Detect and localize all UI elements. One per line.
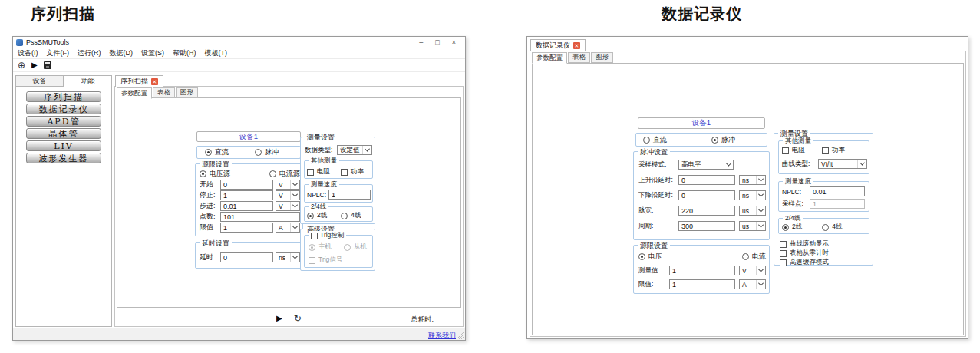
save-icon[interactable] [44,61,51,69]
power-checkbox[interactable]: 功率 [822,146,845,155]
menu-data[interactable]: 数据(D) [110,48,134,58]
radio-off-icon [269,170,276,177]
voltage-source-radio[interactable]: 电压源 [200,169,230,179]
sidebar-button-transistor[interactable]: 晶体管 [26,128,101,139]
tab-function[interactable]: 功能 [64,75,112,87]
pulse-width-input[interactable]: 220 [678,206,735,216]
group-label: 源限设置 [200,160,232,170]
sample-mode-select[interactable]: 高电平 [678,160,734,170]
menu-template[interactable]: 模板(T) [205,48,228,58]
delay-unit-select[interactable]: ns [276,252,300,262]
slave-radio[interactable]: 从机 [344,242,367,252]
wire2-radio[interactable]: 2线 [782,223,802,232]
nplc-input[interactable]: 0.01 [810,186,865,196]
start-unit-select[interactable]: V [276,180,300,190]
points-input[interactable]: 101 [220,212,300,222]
resistance-checkbox[interactable]: 电阻 [307,167,330,176]
sidebar-button-data-logger[interactable]: 数据记录仪 [26,104,101,114]
stop-unit-select[interactable]: V [276,190,300,200]
measure-value-input[interactable]: 1 [669,266,735,275]
current-radio[interactable]: 电流 [742,252,766,262]
sidebar-button-waveform-generator[interactable]: 波形发生器 [26,153,101,163]
dc-radio[interactable]: 直流 [643,135,667,145]
host-radio[interactable]: 主机 [309,242,332,252]
sidebar-button-apd[interactable]: APD管 [26,116,101,127]
add-icon[interactable]: ⊕ [18,61,25,70]
width-unit-select[interactable]: us [739,206,766,216]
menu-help[interactable]: 帮助(H) [173,48,196,58]
tab-device[interactable]: 设备 [15,75,64,87]
tab-parameter-config[interactable]: 参数配置 [532,52,567,64]
total-time-label: 总耗时: [411,315,434,325]
menu-run[interactable]: 运行(R) [78,48,101,58]
close-button[interactable]: × [452,39,456,46]
menu-device[interactable]: 设备(I) [18,48,38,58]
tab-table[interactable]: 表格 [153,87,175,98]
tab-graph[interactable]: 图形 [176,87,198,98]
doc-tab-sequence-scan[interactable]: 序列扫描 ✕ [115,75,163,87]
loop-icon[interactable]: ↻ [294,314,302,323]
pulse-radio[interactable]: 脉冲 [711,135,735,145]
resistance-checkbox[interactable]: 电阻 [782,146,805,155]
high-speed-cache-checkbox[interactable]: 高速缓存模式 [780,258,829,267]
tool-bar: ⊕ ▶ [13,58,465,72]
dc-radio[interactable]: 直流 [205,147,229,157]
limit-unit-select[interactable]: A [276,223,300,233]
menu-file[interactable]: 文件(F) [47,48,70,58]
device-1-button[interactable]: 设备1 [638,117,765,129]
limit-input[interactable]: 1 [669,279,735,289]
limit-unit-select[interactable]: A [739,279,766,289]
table-zero-time-checkbox[interactable]: 表格从零计时 [780,249,829,258]
tab-table[interactable]: 表格 [568,52,590,63]
window-title: PssSMUTools [26,38,69,46]
tab-close-icon[interactable]: ✕ [573,42,580,49]
data-type-select[interactable]: 设定值 [337,145,372,155]
stop-input[interactable]: 1 [220,190,273,200]
fall-delay-input[interactable]: 0 [678,190,735,200]
current-source-radio[interactable]: 电流源 [269,169,300,179]
pulse-radio[interactable]: 脉冲 [255,147,279,157]
chevron-down-icon [290,202,299,210]
menu-settings[interactable]: 设置(S) [141,48,164,58]
curve-type-select[interactable]: Vt/It [818,159,867,169]
fall-unit-select[interactable]: ns [739,190,766,200]
curve-scroll-checkbox[interactable]: 曲线滚动显示 [780,239,829,249]
rise-delay-input[interactable]: 0 [678,175,735,185]
step-input[interactable]: 0.01 [220,201,273,211]
voltage-radio[interactable]: 电压 [638,252,662,262]
nplc-input[interactable]: 1 [328,190,371,200]
limit-input[interactable]: 1 [220,223,273,233]
wire4-radio[interactable]: 4线 [341,211,361,220]
trig-signal-checkbox[interactable]: Trig信号 [309,256,342,265]
wire4-radio[interactable]: 4线 [822,223,842,232]
delay-label: 延时: [200,252,220,262]
maximize-button[interactable]: □ [435,39,439,46]
chevron-down-icon [756,191,765,200]
measure-unit-select[interactable]: V [739,266,766,275]
power-checkbox[interactable]: 功率 [341,167,364,176]
device-1-button[interactable]: 设备1 [196,131,301,142]
contact-us-link[interactable]: 联系我们 [428,331,456,341]
radio-off-icon [822,224,829,231]
start-run-icon[interactable]: ▶ [276,315,282,322]
sidebar-button-sequence-scan[interactable]: 序列扫描 [26,91,101,102]
period-input[interactable]: 300 [678,221,735,231]
sidebar-button-liv[interactable]: LIV [26,140,101,151]
radio-on-icon [638,253,645,260]
tab-graph[interactable]: 图形 [591,52,613,63]
sample-mode-label: 采样模式: [638,160,678,170]
run-icon[interactable]: ▶ [31,61,38,69]
tab-parameter-config[interactable]: 参数配置 [117,87,152,99]
start-input[interactable]: 0 [220,180,273,190]
step-unit-select[interactable]: V [276,201,300,211]
minimize-button[interactable]: – [419,39,423,46]
trig-control-checkbox[interactable]: Trig控制 [309,231,346,240]
delay-input[interactable]: 0 [220,252,273,262]
resize-grip[interactable] [457,332,464,339]
period-unit-select[interactable]: us [739,221,766,231]
tab-close-icon[interactable]: ✕ [151,78,158,85]
doc-tab-data-logger[interactable]: 数据记录仪 ✕ [530,39,586,51]
rise-unit-select[interactable]: ns [739,175,766,185]
sample-points-input[interactable]: 1 [810,199,865,209]
wire2-radio[interactable]: 2线 [307,211,327,220]
